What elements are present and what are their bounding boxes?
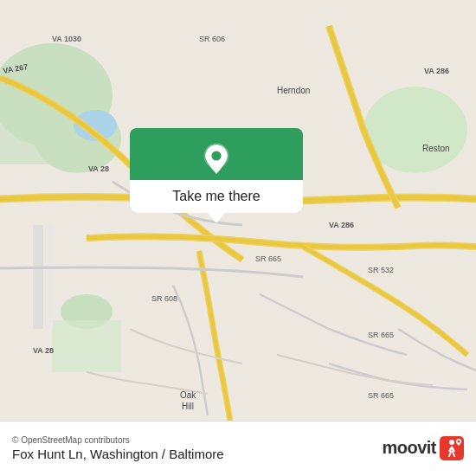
svg-point-28	[211, 151, 221, 160]
svg-rect-8	[33, 225, 43, 329]
svg-rect-9	[48, 225, 53, 329]
svg-text:Oak: Oak	[180, 390, 196, 400]
location-name: Fox Hunt Ln, Washington / Baltimore	[12, 447, 224, 461]
svg-text:SR 606: SR 606	[199, 35, 225, 43]
svg-text:VA 286: VA 286	[329, 221, 354, 229]
svg-text:SR 665: SR 665	[368, 391, 394, 400]
svg-rect-6	[52, 320, 121, 372]
svg-text:Reston: Reston	[422, 144, 450, 153]
attribution-text: © OpenStreetMap contributors	[12, 435, 224, 445]
svg-text:VA 28: VA 28	[88, 164, 109, 173]
popup-button-area[interactable]: Take me there	[130, 180, 303, 213]
svg-text:SR 608: SR 608	[151, 294, 177, 303]
moovit-text: moovit	[382, 438, 436, 458]
popup-inner: Take me there	[130, 128, 303, 213]
svg-text:SR 665: SR 665	[255, 254, 281, 263]
svg-point-30	[449, 440, 454, 445]
svg-text:VA 1030: VA 1030	[52, 35, 81, 43]
bottom-bar: © OpenStreetMap contributors Fox Hunt Ln…	[0, 421, 476, 476]
moovit-brand-icon	[440, 436, 464, 460]
popup-card[interactable]: Take me there	[130, 128, 303, 213]
svg-text:VA 286: VA 286	[424, 67, 449, 75]
moovit-logo: moovit	[382, 436, 464, 460]
svg-text:Herndon: Herndon	[277, 86, 310, 95]
svg-text:SR 665: SR 665	[368, 331, 394, 339]
popup-icon-area	[190, 128, 242, 180]
svg-text:Hill: Hill	[182, 402, 194, 411]
map-pin-icon	[199, 142, 234, 177]
svg-text:SR 532: SR 532	[368, 266, 394, 274]
bottom-left: © OpenStreetMap contributors Fox Hunt Ln…	[12, 435, 224, 461]
take-me-there-label: Take me there	[172, 189, 260, 203]
map-svg: VA 1030 VA 267 SR 606 VA 28 VA 286 Resto…	[0, 0, 476, 476]
svg-point-32	[458, 440, 460, 442]
popup-pointer	[208, 213, 225, 223]
map-container: VA 1030 VA 267 SR 606 VA 28 VA 286 Resto…	[0, 0, 476, 476]
svg-text:VA 28: VA 28	[33, 346, 54, 355]
